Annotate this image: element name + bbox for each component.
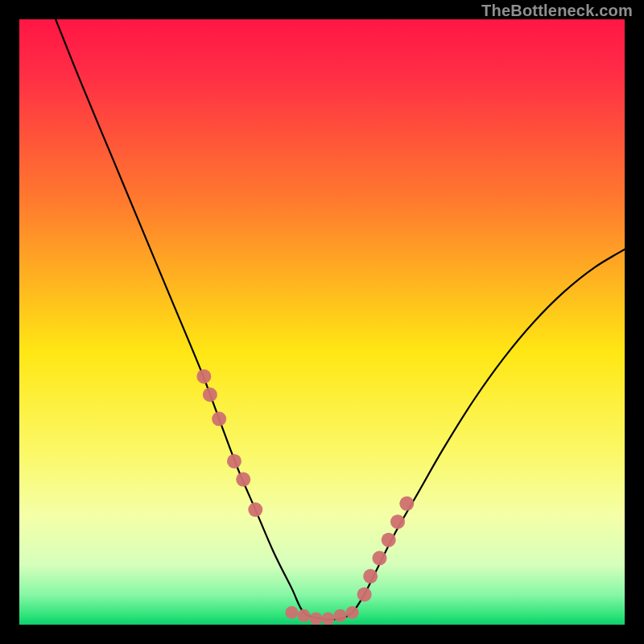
- data-marker: [297, 609, 310, 622]
- bottleneck-chart: [19, 19, 625, 625]
- data-marker: [285, 606, 298, 619]
- data-marker: [236, 473, 250, 487]
- data-marker: [248, 502, 262, 517]
- data-marker: [399, 497, 414, 511]
- data-marker: [372, 551, 386, 565]
- data-marker: [346, 606, 359, 619]
- data-marker: [322, 612, 335, 625]
- data-marker: [196, 369, 211, 384]
- data-marker: [203, 387, 217, 402]
- data-marker: [334, 609, 347, 622]
- watermark-text: TheBottleneck.com: [481, 2, 633, 20]
- data-marker: [382, 533, 396, 547]
- data-marker: [227, 454, 242, 469]
- data-marker: [363, 569, 378, 584]
- data-marker: [390, 514, 405, 529]
- data-marker: [309, 612, 322, 625]
- data-marker: [357, 587, 372, 601]
- data-marker: [212, 411, 226, 426]
